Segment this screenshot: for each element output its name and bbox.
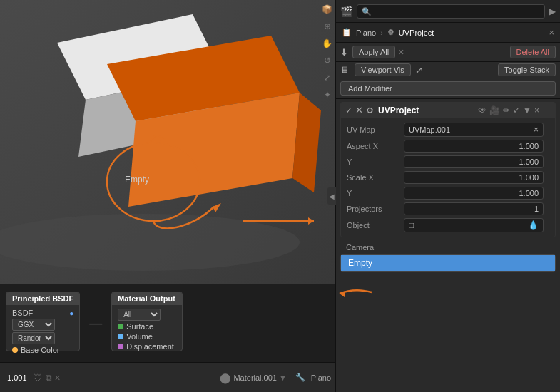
uvmap-value: UVMap.001 [409,125,450,134]
mod-vis-icon[interactable]: 👁 [478,105,487,115]
output-volume-row: Volume [118,331,176,341]
principled-bsdf-node: Principled BSDF BSDF ● GGX Random Walk [6,292,80,351]
breadcrumb-plane[interactable]: Plano [356,29,376,37]
mod-check-icon[interactable]: ✓ [345,105,352,115]
svg-marker-7 [213,203,221,212]
toggle-stack-button[interactable]: Toggle Stack [498,63,556,76]
grab-icon[interactable]: ✋ [322,38,332,48]
uvmap-field[interactable]: UVMap.001 × [404,123,544,137]
mod-dropdown-icon[interactable]: ▼ [523,105,531,115]
material-output-header: Material Output [112,292,182,305]
aspect-y-value[interactable]: 1.000 [404,155,544,168]
bsdf-dot: ● [69,309,73,317]
bsdf-basecolor-row: Base Color [12,345,73,355]
breadcrumb-modifier-icon: ⚙ [387,28,394,37]
mod-render-icon[interactable]: 🎥 [489,105,500,115]
arrows-icon: ⤢ [415,65,423,76]
obj-mesh-icon: □ [409,220,414,230]
bsdf-distribution-label: BSDF [12,309,33,317]
transform-icon[interactable]: ✦ [324,90,331,100]
modifier-header: ✓ ✕ ⚙ UVProject 👁 🎥 ✏ ✓ ▼ × ⋮ [341,103,555,118]
material-output-title: Material Output [118,294,175,303]
mod-menu-icon[interactable]: ⋮ [544,106,551,114]
panel-arrow-right[interactable]: ▶ [549,6,556,16]
surface-dot [118,324,123,329]
scale-x-label: Scale X [347,173,404,182]
modifier-icon-vp: 🔧 [295,373,305,382]
material-output-node: Material Output All Surface Volume [111,292,183,351]
bsdf-basecolor-label: Base Color [21,346,59,354]
svg-point-0 [0,214,300,271]
object-label: Object [347,221,404,229]
main-container: Empty 📦 ⊕ ✋ ↺ ⤢ ✦ Principled BSDF BSDF ● [0,0,560,392]
aspect-x-value[interactable]: 1.000 [404,140,544,153]
panel-icon-scene[interactable]: 🎬 [340,6,352,17]
scale-x-value[interactable]: 1.000 [404,171,544,184]
viewport: Empty 📦 ⊕ ✋ ↺ ⤢ ✦ Principled BSDF BSDF ● [0,0,335,392]
scale-icon[interactable]: ⤢ [324,73,331,83]
material-label-vp[interactable]: ⬤ Material.001 ▼ [220,372,286,383]
arrow-annotation-svg [336,278,560,306]
viewport-vis-button[interactable]: Viewport Vis [355,63,411,76]
rotate-icon[interactable]: ↺ [324,56,331,66]
action-row-2: 🖥 Viewport Vis ⤢ Toggle Stack [336,62,560,78]
mod-check2-icon[interactable]: ✓ [513,105,520,115]
projectors-label: Projectors [347,205,404,213]
breadcrumb-sep-1: › [380,29,383,37]
uvmap-label: UV Map [347,125,404,134]
mod-close-icon[interactable]: × [534,105,539,115]
collapse-arrow[interactable]: ◀ [327,187,336,205]
obj-eyedropper-icon[interactable]: 💧 [528,220,539,230]
output-surface-row: Surface [118,321,176,331]
scale-y-row: Y 1.000 [341,185,555,201]
breadcrumb: 📋 Plano › ⚙ UVProject × [336,23,560,43]
principled-bsdf-title: Principled BSDF [12,294,73,303]
apply-x-icon[interactable]: × [398,46,404,58]
node-connector: — [86,284,106,362]
bsdf-randomwalk-select[interactable]: Random Walk [12,332,55,344]
volume-label: Volume [126,332,153,341]
cursor-icon[interactable]: ⊕ [324,21,331,31]
mesh-name[interactable]: 1.001 [4,372,30,383]
output-target-row: All [118,308,176,321]
breadcrumb-uvproject[interactable]: UVProject [399,29,434,37]
object-field[interactable]: □ 💧 [404,218,544,232]
bsdf-subsurface-select[interactable]: GGX [12,319,55,331]
action-row: ⬇ Apply All × Delete All [336,43,560,62]
right-panel: ◀ 🎬 ▶ 📋 Plano › ⚙ UVProject × ⬇ Apply Al… [335,0,560,392]
scale-y-value[interactable]: 1.000 [404,187,544,200]
mod-edit-icon[interactable]: ✏ [503,105,510,115]
surface-label: Surface [126,322,153,331]
viewport-right-icons: 📦 ⊕ ✋ ↺ ⤢ ✦ [319,0,335,285]
bsdf-distribution-row: BSDF ● [12,308,73,318]
displacement-label: Displacement [126,342,174,351]
empty-dropdown-item[interactable]: Empty [341,255,555,271]
uvmap-clear-icon[interactable]: × [534,125,539,135]
projectors-row: Projectors 1 [341,201,555,217]
breadcrumb-close[interactable]: × [549,27,554,38]
dropdown-panel: Empty [340,254,556,272]
modifier-controls: 👁 🎥 ✏ ✓ ▼ × [478,105,539,115]
uvproject-modifier: ✓ ✕ ⚙ UVProject 👁 🎥 ✏ ✓ ▼ × ⋮ UV Map [340,102,556,237]
projectors-value[interactable]: 1 [404,202,544,215]
svg-marker-11 [340,291,345,297]
basecolor-dot [12,347,18,353]
uvmap-row: UV Map UVMap.001 × [341,121,555,138]
object-icon[interactable]: 📦 [322,4,332,14]
viewport-icon: 🖥 [340,65,349,75]
panel-search-input[interactable] [357,4,545,19]
sphere-icon-vp: ⬤ [220,372,231,383]
add-modifier-button[interactable]: Add Modifier [340,81,556,96]
scene-background: Empty [0,0,335,284]
breadcrumb-scene-icon: 📋 [342,28,352,37]
dropdown-vp[interactable]: ▼ [279,373,287,382]
apply-all-button[interactable]: Apply All [352,46,395,58]
displacement-dot [118,344,123,349]
mod-tool-icon: ⚙ [366,105,374,115]
output-displacement-row: Displacement [118,341,176,351]
output-target-select[interactable]: All [118,309,161,321]
aspect-x-label: Aspect X [347,142,404,150]
material-name-vp: Material.001 [233,373,277,382]
close-x-vp[interactable]: × [55,372,61,383]
delete-all-button[interactable]: Delete All [510,46,556,58]
